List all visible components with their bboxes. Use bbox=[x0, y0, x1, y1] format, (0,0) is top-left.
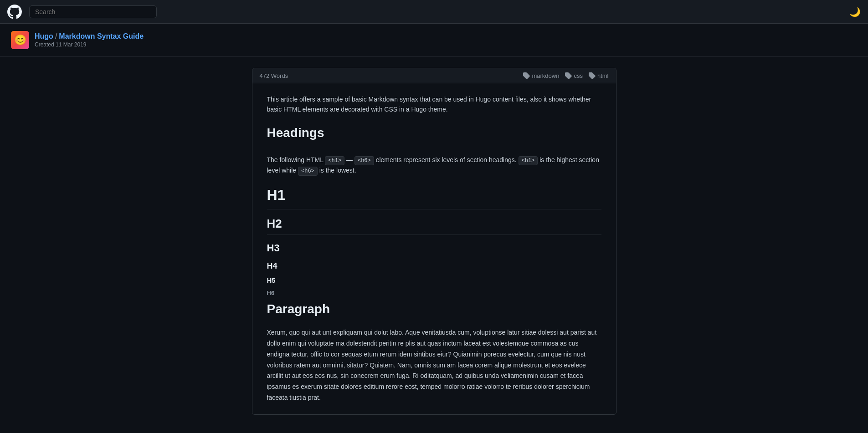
tag-html-icon bbox=[588, 72, 596, 79]
breadcrumb: Hugo / Markdown Syntax Guide Created 11 … bbox=[35, 32, 144, 48]
intro-text: This article offers a sample of basic Ma… bbox=[267, 94, 601, 115]
breadcrumb-doc-link[interactable]: Markdown Syntax Guide bbox=[59, 32, 144, 41]
headings-code4: <h6> bbox=[298, 167, 318, 176]
headings-section-title: Headings bbox=[267, 126, 601, 144]
tag-icon bbox=[523, 72, 530, 79]
gist-body: This article offers a sample of basic Ma… bbox=[252, 83, 616, 414]
gist-header: 472 Words markdown css bbox=[252, 68, 616, 83]
tag-css-icon bbox=[565, 72, 572, 79]
page-header: 😊 Hugo / Markdown Syntax Guide Created 1… bbox=[0, 24, 868, 57]
headings-description: The following HTML <h1> — <h6> elements … bbox=[267, 155, 601, 176]
headings-code3: <h1> bbox=[519, 156, 538, 165]
tag-html: html bbox=[588, 72, 609, 79]
gist-container: 472 Words markdown css bbox=[252, 68, 616, 415]
navbar: 🌙 bbox=[0, 0, 868, 24]
tags-area: markdown css html bbox=[523, 72, 608, 79]
headings-desc-prefix: The following HTML bbox=[267, 156, 325, 163]
headings-dash: — bbox=[344, 156, 354, 163]
paragraph-text: Xerum, quo qui aut unt expliquam qui dol… bbox=[267, 327, 601, 403]
heading-h1: H1 bbox=[267, 187, 601, 209]
heading-h3: H3 bbox=[267, 242, 601, 254]
headings-code2: <h6> bbox=[354, 156, 374, 165]
heading-h4: H4 bbox=[267, 261, 601, 271]
theme-toggle[interactable]: 🌙 bbox=[849, 6, 861, 17]
github-logo[interactable] bbox=[7, 5, 22, 19]
heading-h6: H6 bbox=[267, 290, 601, 296]
paragraph-section-title: Paragraph bbox=[267, 302, 601, 320]
headings-desc-end: is the lowest. bbox=[318, 167, 356, 174]
heading-h2: H2 bbox=[267, 217, 601, 235]
headings-desc-mid: elements represent six levels of section… bbox=[374, 156, 519, 163]
breadcrumb-user-link[interactable]: Hugo bbox=[35, 32, 53, 41]
breadcrumb-date: Created 11 Mar 2019 bbox=[35, 41, 144, 48]
tag-markdown-label: markdown bbox=[532, 72, 559, 79]
avatar: 😊 bbox=[11, 31, 29, 49]
tag-markdown: markdown bbox=[523, 72, 559, 79]
search-input[interactable] bbox=[29, 5, 157, 18]
breadcrumb-title: Hugo / Markdown Syntax Guide bbox=[35, 32, 144, 41]
breadcrumb-separator: / bbox=[55, 32, 57, 41]
tag-css: css bbox=[565, 72, 583, 79]
moon-icon: 🌙 bbox=[849, 7, 861, 17]
headings-code1: <h1> bbox=[325, 156, 344, 165]
tag-css-label: css bbox=[574, 72, 583, 79]
heading-h5: H5 bbox=[267, 276, 601, 284]
word-count: 472 Words bbox=[260, 72, 288, 79]
tag-html-label: html bbox=[597, 72, 609, 79]
main-content: 472 Words markdown css bbox=[0, 57, 868, 426]
